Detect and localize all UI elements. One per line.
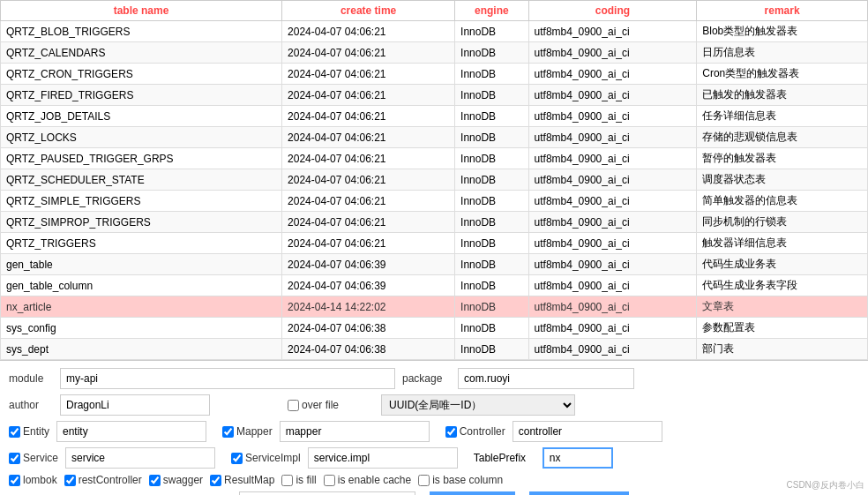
isfill-checkbox[interactable] [281, 475, 293, 486]
lombok-checkbox-label[interactable]: lombok [9, 474, 57, 486]
save-button[interactable]: save [239, 491, 415, 495]
entity-label: Entity [23, 425, 49, 438]
options-row: lombok restController swagger ResultMap … [9, 474, 859, 486]
module-row: module package [9, 368, 859, 389]
col-header-coding: coding [528, 1, 697, 21]
table-row[interactable]: QRTZ_CALENDARS2024-04-07 04:06:21InnoDBu… [1, 42, 868, 64]
data-table: table name create time engine coding rem… [0, 0, 868, 360]
restcontroller-checkbox-label[interactable]: restController [64, 474, 142, 486]
table-row[interactable]: QRTZ_LOCKS2024-04-07 04:06:21InnoDButf8m… [1, 127, 868, 148]
col-header-create-time: create time [282, 1, 455, 21]
resultmap-checkbox[interactable] [210, 475, 221, 486]
resultmap-checkbox-label[interactable]: ResultMap [210, 474, 274, 486]
module-label: module [9, 372, 53, 385]
author-row: author over file UUID(全局唯一ID） 自增ID 雪花ID [9, 394, 859, 416]
controller-checkbox[interactable] [445, 426, 457, 438]
mapper-checkbox[interactable] [222, 426, 234, 438]
isfill-label: is fill [296, 474, 316, 486]
isbasecolumn-checkbox[interactable] [418, 475, 430, 486]
resultmap-label: ResultMap [224, 474, 274, 486]
table-section: table name create time engine coding rem… [0, 0, 868, 360]
package-input[interactable] [458, 368, 634, 389]
lombok-checkbox[interactable] [9, 475, 20, 486]
watermark: CSDN@反内卷小白 [787, 479, 865, 491]
isenablecache-checkbox[interactable] [324, 475, 335, 486]
mapper-input[interactable] [280, 421, 430, 442]
table-row[interactable]: QRTZ_SIMPROP_TRIGGERS2024-04-07 04:06:21… [1, 212, 868, 233]
mapper-label: Mapper [236, 425, 273, 438]
check-field-button[interactable]: check field [430, 491, 515, 495]
over-file-checkbox-label[interactable]: over file [288, 399, 339, 411]
author-label: author [9, 399, 53, 411]
table-row[interactable]: QRTZ_BLOB_TRIGGERS2024-04-07 04:06:21Inn… [1, 21, 868, 42]
table-row[interactable]: sys_dept2024-04-07 04:06:38InnoDButf8mb4… [1, 339, 868, 360]
over-file-checkbox[interactable] [288, 400, 299, 411]
service-checkbox[interactable] [9, 453, 20, 464]
restcontroller-checkbox[interactable] [64, 475, 76, 486]
author-input[interactable] [60, 394, 210, 416]
swagger-checkbox[interactable] [149, 475, 161, 486]
table-row[interactable]: sys_config2024-04-07 04:06:38InnoDButf8m… [1, 318, 868, 339]
isbasecolumn-label: is base column [432, 474, 503, 486]
tableprefix-label: TablePrefix [474, 452, 535, 464]
table-row[interactable]: gen_table_column2024-04-07 04:06:39InnoD… [1, 275, 868, 296]
entity-row: Entity Mapper Controller [9, 421, 859, 442]
restcontroller-label: restController [79, 474, 142, 486]
controller-input[interactable] [513, 421, 662, 442]
serviceimpl-input[interactable] [308, 447, 458, 469]
table-row[interactable]: QRTZ_JOB_DETAILS2024-04-07 04:06:21InnoD… [1, 106, 868, 127]
controller-checkbox-label[interactable]: Controller [445, 425, 505, 438]
table-row[interactable]: QRTZ_TRIGGERS2024-04-07 04:06:21InnoDBut… [1, 233, 868, 254]
swagger-checkbox-label[interactable]: swagger [149, 474, 203, 486]
package-label: package [402, 372, 451, 385]
service-input[interactable] [65, 447, 215, 469]
over-file-label: over file [302, 399, 339, 411]
entity-checkbox[interactable] [9, 426, 20, 438]
controller-label: Controller [460, 425, 505, 438]
code-generate-button[interactable]: code generatro [529, 491, 629, 495]
table-row[interactable]: gen_table2024-04-07 04:06:39InnoDButf8mb… [1, 254, 868, 275]
col-header-remark: remark [697, 1, 868, 21]
entity-input[interactable] [56, 421, 206, 442]
action-row: save check field code generatro [9, 491, 859, 495]
table-row[interactable]: nx_article2024-04-14 14:22:02InnoDButf8m… [1, 296, 868, 318]
isenablecache-label: is enable cache [338, 474, 411, 486]
swagger-label: swagger [163, 474, 203, 486]
table-row[interactable]: QRTZ_PAUSED_TRIGGER_GRPS2024-04-07 04:06… [1, 148, 868, 169]
tableprefix-input[interactable] [542, 447, 613, 469]
col-header-name: table name [1, 1, 282, 21]
isenablecache-checkbox-label[interactable]: is enable cache [324, 474, 411, 486]
serviceimpl-label: ServiceImpl [245, 452, 301, 464]
uuid-select[interactable]: UUID(全局唯一ID） 自增ID 雪花ID [381, 394, 575, 416]
table-row[interactable]: QRTZ_CRON_TRIGGERS2024-04-07 04:06:21Inn… [1, 64, 868, 85]
service-row: Service ServiceImpl TablePrefix [9, 447, 859, 469]
module-input[interactable] [60, 368, 395, 389]
serviceimpl-checkbox[interactable] [231, 453, 243, 464]
lombok-label: lombok [23, 474, 57, 486]
service-checkbox-label[interactable]: Service [9, 452, 58, 464]
table-row[interactable]: QRTZ_FIRED_TRIGGERS2024-04-07 04:06:21In… [1, 85, 868, 106]
mapper-checkbox-label[interactable]: Mapper [222, 425, 273, 438]
table-row[interactable]: QRTZ_SCHEDULER_STATE2024-04-07 04:06:21I… [1, 169, 868, 191]
isfill-checkbox-label[interactable]: is fill [281, 474, 316, 486]
col-header-engine: engine [455, 1, 529, 21]
serviceimpl-checkbox-label[interactable]: ServiceImpl [231, 452, 301, 464]
entity-checkbox-label[interactable]: Entity [9, 425, 49, 438]
service-label: Service [23, 452, 58, 464]
table-row[interactable]: QRTZ_SIMPLE_TRIGGERS2024-04-07 04:06:21I… [1, 191, 868, 212]
form-section: module package author over file UUID(全局唯… [0, 360, 868, 495]
isbasecolumn-checkbox-label[interactable]: is base column [418, 474, 503, 486]
